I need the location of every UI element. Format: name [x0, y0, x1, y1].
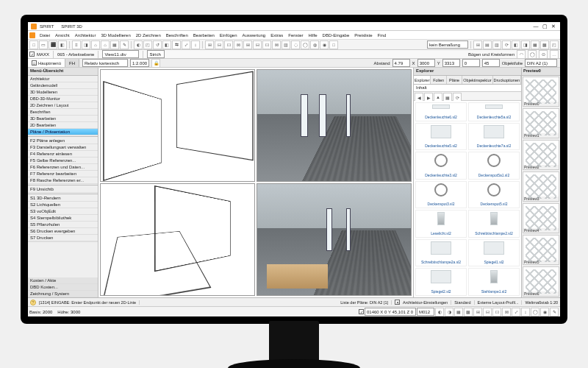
preview-cell[interactable]: Preview6	[523, 266, 559, 297]
explorer-item[interactable]: Deckenleuchte3.sl2	[415, 152, 467, 180]
tool-icon[interactable]: ⬛	[49, 40, 57, 49]
tool-icon[interactable]: ◉	[320, 40, 329, 49]
tool-icon[interactable]: ◨	[82, 40, 90, 49]
layer-icon[interactable]: ▦	[531, 40, 539, 49]
menu-2d-zeichnen[interactable]: 2D Zeichnen	[134, 32, 163, 38]
menu-einfuegen[interactable]: Einfügen	[218, 32, 240, 38]
sidebar-item[interactable]: S1 3D-Rendern	[28, 195, 98, 202]
sidebar-item[interactable]: S2 Lichtquellen	[28, 202, 98, 208]
x-field[interactable]: 3000	[417, 59, 435, 67]
sidebar-bottom-dbd[interactable]: DBD Kosten...	[28, 284, 98, 291]
menu-hilfe[interactable]: Hilfe	[306, 32, 320, 38]
tool-icon[interactable]: ◌	[291, 40, 300, 49]
layer-icon[interactable]: ⊞	[473, 40, 482, 49]
sidebar-item[interactable]: S4 Stempelbibliothek	[28, 215, 98, 222]
sidebar-cat-3d-bearbeiten[interactable]: 3D Bearbeiten	[28, 116, 98, 122]
explorer-item[interactable]: Deckenspot5a1.sl2	[468, 152, 520, 180]
tool-icon[interactable]: ▭	[39, 40, 48, 49]
explorer-tab-folien[interactable]: Folien	[431, 76, 446, 84]
layer-icon[interactable]: ◧	[512, 40, 520, 49]
btool-icon[interactable]: ⤢	[512, 308, 520, 316]
explorer-item[interactable]: Deckenleuchte5a.sl2	[468, 102, 520, 121]
snap-toggle[interactable]: ✓	[359, 309, 364, 314]
abstand-field[interactable]: 4.79	[392, 59, 410, 67]
tool-icon[interactable]: ⊟	[253, 40, 262, 49]
tool-icon[interactable]: □	[329, 40, 338, 49]
explorer-item[interactable]: Leselicht.sl2	[415, 210, 467, 238]
window-minimize[interactable]: —	[532, 24, 539, 29]
explorer-tab-objektinspektor[interactable]: Objektinspektor	[462, 76, 492, 84]
preview-cell[interactable]: Preview4	[523, 203, 559, 233]
btool-icon[interactable]: ◉	[540, 308, 549, 316]
explorer-item[interactable]: Deckenleuchte7a.sl2	[468, 123, 520, 151]
tool-icon[interactable]: ◧	[58, 40, 67, 49]
curve-icon[interactable]: ◠	[517, 50, 526, 59]
objektfolie-dropdown[interactable]: DIN A2 (1)	[525, 59, 557, 67]
tool-icon[interactable]: ◰	[143, 40, 152, 49]
app-menu-icon[interactable]	[29, 32, 35, 38]
more-curves-icon[interactable]: …	[550, 50, 559, 59]
tool-icon[interactable]: ↕	[191, 40, 200, 49]
menu-datei[interactable]: Datei	[37, 32, 52, 38]
tool-icon[interactable]: ↺	[153, 40, 162, 49]
sidebar-bottom-zeichnung[interactable]: Zeichnung / System	[28, 291, 98, 297]
menu-ansicht[interactable]: Ansicht	[53, 32, 72, 38]
tool-icon[interactable]: ◧	[162, 40, 171, 49]
menu-3d-modellieren[interactable]: 3D Modellieren	[98, 32, 132, 38]
scale-dropdown[interactable]: 1:2.000	[130, 59, 149, 67]
menu-beschriften[interactable]: Beschriften	[164, 32, 190, 38]
btool-icon[interactable]: ▦	[454, 308, 463, 316]
sidebar-cat-architektur[interactable]: Architektur	[28, 76, 98, 82]
tool-icon[interactable]: ⊞	[205, 40, 214, 49]
explorer-tab-druck[interactable]: Druckoptionen	[493, 76, 521, 84]
menu-auswertung[interactable]: Auswertung	[240, 32, 268, 38]
menu-preisliste[interactable]: Preisliste	[352, 32, 374, 38]
sidebar-cat-2d-bearbeiten[interactable]: 2D Bearbeiten	[28, 122, 98, 129]
sidebar-item[interactable]: S6 Drucken evergeben	[28, 228, 98, 235]
viewport-render-2[interactable]	[257, 183, 412, 296]
sidebar-item[interactable]: F6 Referenzen und Daten...	[28, 164, 98, 171]
sidebar-cat-beschriften[interactable]: Beschriften	[28, 109, 98, 116]
explorer-item[interactable]: Spiegel1.sl2	[468, 239, 520, 267]
sidebar-cat-gelaende[interactable]: Geländemodell	[28, 82, 98, 89]
tool-icon[interactable]: ⤢	[182, 40, 190, 49]
tool-icon[interactable]: ▥	[282, 40, 290, 49]
layer-icon[interactable]: ⟳	[502, 40, 511, 49]
arch-settings-toggle[interactable]: ✕	[395, 300, 400, 305]
layer-icon[interactable]: ▤	[483, 40, 492, 49]
viewport-wireframe-1[interactable]	[100, 69, 255, 182]
viewport-wireframe-2[interactable]	[100, 183, 255, 296]
explorer-item[interactable]: Deckenleuchte6.sl2	[415, 102, 467, 121]
tool-icon[interactable]: ✎	[120, 40, 129, 49]
maxx-checkbox[interactable]: ✓	[29, 52, 35, 57]
explorer-item[interactable]: Stehlampe1.sl2	[468, 268, 520, 296]
tool-icon[interactable]: ⊠	[234, 40, 243, 49]
layer-icon[interactable]: ▥	[492, 40, 501, 49]
tool-icon[interactable]: ▦	[110, 40, 119, 49]
btool-icon[interactable]: ↕	[521, 308, 530, 316]
tool-icon[interactable]: ⌂	[91, 40, 100, 49]
tool-icon[interactable]: ◯	[301, 40, 309, 49]
menu-fenster[interactable]: Fenster	[286, 32, 305, 38]
sidebar-item[interactable]: F4 Referenz einlesen	[28, 151, 98, 158]
btool-icon[interactable]: ⊟	[483, 308, 492, 316]
btool-icon[interactable]: ⊞	[473, 308, 482, 316]
btool-icon[interactable]: ◯	[531, 308, 539, 316]
sidebar-cat-2d-zeichnen[interactable]: 2D Zeichnen / Layout	[28, 102, 98, 109]
btool-icon[interactable]: ◑	[445, 308, 453, 316]
window-close[interactable]: ✕	[550, 24, 557, 29]
tool-icon[interactable]: ⊟	[215, 40, 223, 49]
menu-architektur[interactable]: Architektur	[73, 32, 98, 38]
explorer-item[interactable]: Schreibtischlampe2a.sl2	[415, 239, 467, 267]
sidebar-item[interactable]: F7 Referenz bearbeiten	[28, 171, 98, 177]
spiral-icon[interactable]: ⊙	[539, 50, 548, 59]
explorer-tab-plaene[interactable]: Pläne	[447, 76, 462, 84]
y-field[interactable]: 3313	[442, 59, 460, 67]
tab-hauptmenue[interactable]: □ Hauptmenü	[28, 59, 65, 67]
menu-bearbeiten[interactable]: Bearbeiten	[191, 32, 217, 38]
preview-cell[interactable]: Preview0	[523, 77, 559, 107]
angle2-field[interactable]: 45	[482, 59, 500, 67]
preview-cell[interactable]: Preview5	[523, 235, 559, 265]
preview-cell[interactable]: Preview3	[523, 171, 559, 202]
tool-icon[interactable]: ⊞	[243, 40, 252, 49]
